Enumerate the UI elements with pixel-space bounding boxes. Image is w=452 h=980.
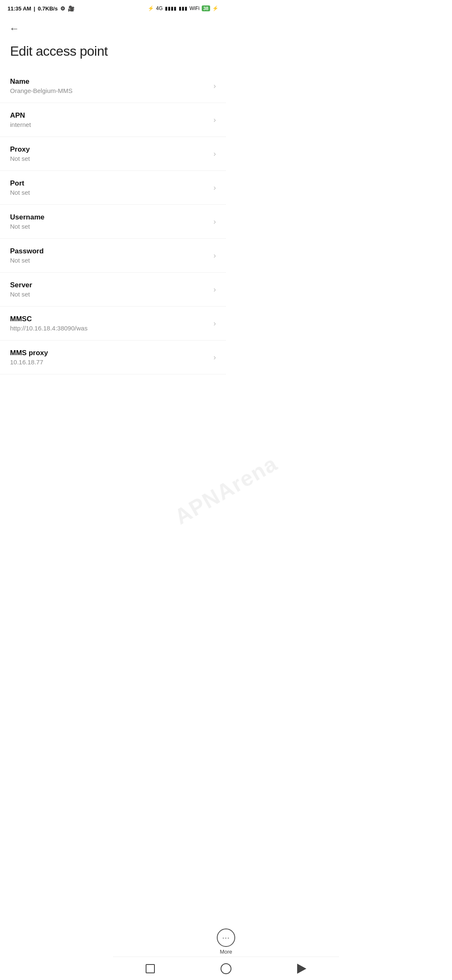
chevron-right-icon: › [213,353,216,362]
bluetooth-icon: ⚡ [148,5,154,11]
settings-item-mmsc[interactable]: MMSC http://10.16.18.4:38090/was › [0,307,226,340]
settings-item-content: Server Not set [10,281,209,298]
settings-item-label: MMSC [10,315,209,323]
status-bar: 11:35 AM | 0.7KB/s ⚙ 🎥 ⚡ 4G ▮▮▮▮ ▮▮▮ WiF… [0,0,226,15]
settings-item-proxy[interactable]: Proxy Not set › [0,137,226,171]
settings-item-label: Name [10,77,209,86]
settings-item-server[interactable]: Server Not set › [0,273,226,307]
camera-icon: 🎥 [68,5,74,12]
settings-item-mms-proxy[interactable]: MMS proxy 10.16.18.77 › [0,340,226,374]
settings-icon: ⚙ [60,5,65,12]
chevron-right-icon: › [213,150,216,158]
back-arrow-icon: ← [9,23,19,34]
page-title: Edit access point [0,39,226,69]
settings-item-value: 10.16.18.77 [10,358,209,366]
watermark: APNArena [170,451,226,490]
chevron-right-icon: › [213,82,216,90]
settings-item-content: APN internet [10,111,209,128]
chevron-right-icon: › [213,116,216,124]
network-speed: 0.7KB/s [38,5,58,12]
settings-item-name[interactable]: Name Orange-Belgium-MMS › [0,69,226,103]
back-button[interactable]: ← [8,21,21,36]
settings-list: Name Orange-Belgium-MMS › APN internet ›… [0,69,226,408]
separator: | [34,5,36,12]
wifi-icon: WiFi [190,5,200,11]
chevron-right-icon: › [213,217,216,226]
settings-item-value: Not set [10,257,209,264]
signal-bars-icon: ▮▮▮▮ [165,5,177,11]
settings-item-content: Proxy Not set [10,145,209,162]
settings-item-value: Not set [10,223,209,230]
status-right: ⚡ 4G ▮▮▮▮ ▮▮▮ WiFi 38 ⚡ [148,5,218,11]
settings-item-apn[interactable]: APN internet › [0,103,226,137]
settings-item-label: Port [10,179,209,188]
settings-item-port[interactable]: Port Not set › [0,171,226,205]
settings-item-content: Port Not set [10,179,209,196]
chevron-right-icon: › [213,319,216,328]
settings-item-value: internet [10,121,209,128]
battery-icon: 38 [202,5,210,11]
settings-item-password[interactable]: Password Not set › [0,239,226,273]
settings-item-value: Not set [10,291,209,298]
settings-item-value: Orange-Belgium-MMS [10,87,209,94]
chevron-right-icon: › [213,183,216,192]
time: 11:35 AM [8,5,31,12]
settings-item-label: MMS proxy [10,349,209,357]
chevron-right-icon: › [213,285,216,294]
settings-item-content: Name Orange-Belgium-MMS [10,77,209,94]
chevron-right-icon: › [213,251,216,260]
settings-item-value: Not set [10,155,209,162]
settings-item-content: Username Not set [10,213,209,230]
status-left: 11:35 AM | 0.7KB/s ⚙ 🎥 [8,5,74,12]
settings-item-content: Password Not set [10,247,209,264]
signal-4g-icon: 4G [156,5,163,11]
settings-item-value: http://10.16.18.4:38090/was [10,325,209,332]
settings-item-label: Proxy [10,145,209,154]
settings-item-content: MMS proxy 10.16.18.77 [10,349,209,366]
settings-item-content: MMSC http://10.16.18.4:38090/was [10,315,209,332]
settings-item-label: Username [10,213,209,222]
settings-item-label: Server [10,281,209,289]
settings-item-username[interactable]: Username Not set › [0,205,226,239]
charging-icon: ⚡ [212,5,218,11]
settings-item-label: Password [10,247,209,255]
settings-item-label: APN [10,111,209,120]
settings-item-value: Not set [10,189,209,196]
toolbar: ← [0,15,226,39]
signal-bars2-icon: ▮▮▮ [179,5,187,11]
